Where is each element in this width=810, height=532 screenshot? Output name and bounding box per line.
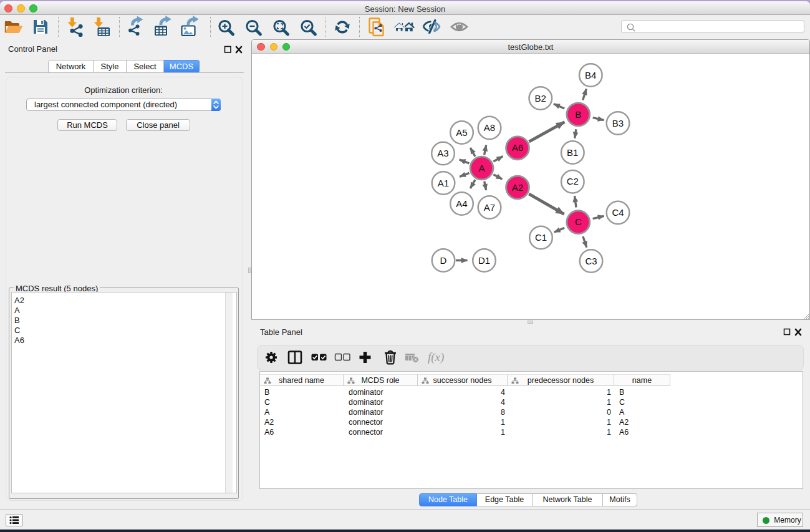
svg-text:A1: A1	[438, 178, 449, 188]
svg-text:A6: A6	[512, 142, 523, 153]
svg-text:C1: C1	[535, 232, 547, 243]
svg-text:A8: A8	[484, 122, 495, 133]
svg-text:B4: B4	[585, 70, 596, 80]
svg-text:C3: C3	[585, 256, 597, 266]
svg-text:D: D	[440, 255, 447, 266]
svg-text:D1: D1	[478, 255, 490, 266]
svg-text:f(x): f(x)	[428, 351, 444, 364]
svg-text:B: B	[575, 109, 581, 120]
svg-text:A: A	[478, 163, 485, 173]
svg-text:B2: B2	[535, 93, 546, 104]
svg-text:A5: A5	[456, 127, 467, 138]
svg-text:A7: A7	[484, 202, 495, 213]
svg-text:A3: A3	[437, 148, 448, 158]
svg-text:B1: B1	[567, 147, 578, 158]
svg-text:C2: C2	[567, 176, 579, 186]
svg-text:C: C	[575, 216, 582, 227]
svg-text:B3: B3	[612, 118, 624, 128]
svg-text:A2: A2	[512, 182, 523, 193]
svg-text:A4: A4	[456, 198, 467, 209]
svg-text:C4: C4	[612, 207, 624, 218]
